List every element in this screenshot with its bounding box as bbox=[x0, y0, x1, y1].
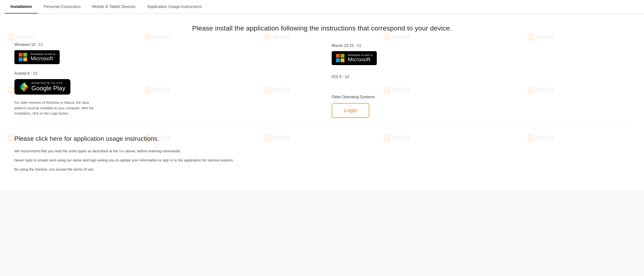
gp-badge-small-text: ΑΠΟΚΤΗΣΤΕ ΤΟ ΣΤΟ bbox=[32, 82, 66, 85]
nav-item-app-usage[interactable]: Application Usage Instructions bbox=[142, 0, 208, 14]
macos-ms-badge-big-text: Microsoft bbox=[348, 56, 370, 62]
google-play-badge[interactable]: ΑΠΟΚΤΗΣΤΕ ΤΟ ΣΤΟ Google Play bbox=[14, 79, 70, 95]
windows-microsoft-store-badge[interactable]: Αποκτήστε το από τη Microsoft bbox=[14, 50, 60, 64]
info-text-1: We recommend that you read the order typ… bbox=[14, 148, 630, 154]
svg-marker-1 bbox=[20, 82, 24, 87]
microsoft-logo-icon bbox=[19, 53, 27, 62]
left-column: Windows 10 - 11 Αποκτήστε το από τη Micr… bbox=[14, 43, 312, 118]
gp-badge-big-text: Google Play bbox=[32, 85, 66, 92]
macos-ms-badge-text: Αποκτήστε το από τη Microsoft bbox=[348, 54, 373, 63]
link-above[interactable]: link bbox=[119, 149, 125, 153]
content-area: Please install the application following… bbox=[14, 24, 630, 172]
macos-label: Macos 10.15 - 11 bbox=[332, 44, 630, 48]
main-heading: Please install the application following… bbox=[14, 24, 630, 33]
macos-microsoft-store-badge[interactable]: Αποκτήστε το από τη Microsoft bbox=[332, 51, 377, 65]
android-label: Andoid 8 - 13 bbox=[14, 71, 312, 76]
google-play-icon bbox=[20, 82, 28, 92]
nav-bar: Installation Personal Computers Mobile &… bbox=[0, 0, 644, 14]
login-button[interactable]: Login bbox=[332, 103, 370, 118]
ms-badge-small-text: Αποκτήστε το από τη bbox=[31, 53, 55, 56]
svg-marker-2 bbox=[24, 82, 28, 87]
svg-marker-3 bbox=[24, 87, 28, 92]
windows-label: Windows 10 - 11 bbox=[14, 43, 312, 47]
nav-item-installation[interactable]: Installation bbox=[5, 0, 38, 14]
click-here-heading[interactable]: Please click here for application usage … bbox=[14, 135, 630, 143]
ms-badge-big-text: Microsoft bbox=[31, 56, 53, 62]
microsoft-badge-text: Αποκτήστε το από τη Microsoft bbox=[31, 53, 55, 62]
bottom-section: Please click here for application usage … bbox=[14, 127, 630, 172]
older-note-text: For older versions of Windows or Macos, … bbox=[14, 100, 96, 116]
macos-ms-badge-small-text: Αποκτήστε το από τη bbox=[348, 54, 373, 56]
nav-item-personal-computers[interactable]: Personal Computers bbox=[38, 0, 86, 14]
microsoft-logo-icon-2 bbox=[336, 54, 345, 62]
right-column: Macos 10.15 - 11 Αποκτήστε το από τη Mic… bbox=[332, 43, 630, 118]
info-text-2: Never reply to emails sent using our nam… bbox=[14, 157, 630, 163]
install-grid: Windows 10 - 11 Αποκτήστε το από τη Micr… bbox=[14, 43, 630, 118]
info-text-3: By using the Service, you accept the ter… bbox=[14, 167, 630, 172]
nav-item-mobile-tablet[interactable]: Mobile & Tablet Devices bbox=[86, 0, 142, 14]
svg-marker-0 bbox=[20, 87, 24, 92]
main-content: WWikiFX WWikiFX WWikiFX WWikiFX WWikiFX … bbox=[0, 14, 644, 190]
older-os-label: Older Operating Systems bbox=[332, 95, 630, 99]
google-play-badge-text: ΑΠΟΚΤΗΣΤΕ ΤΟ ΣΤΟ Google Play bbox=[32, 82, 66, 92]
ios-label: IOS 9 - 14 bbox=[332, 75, 630, 79]
